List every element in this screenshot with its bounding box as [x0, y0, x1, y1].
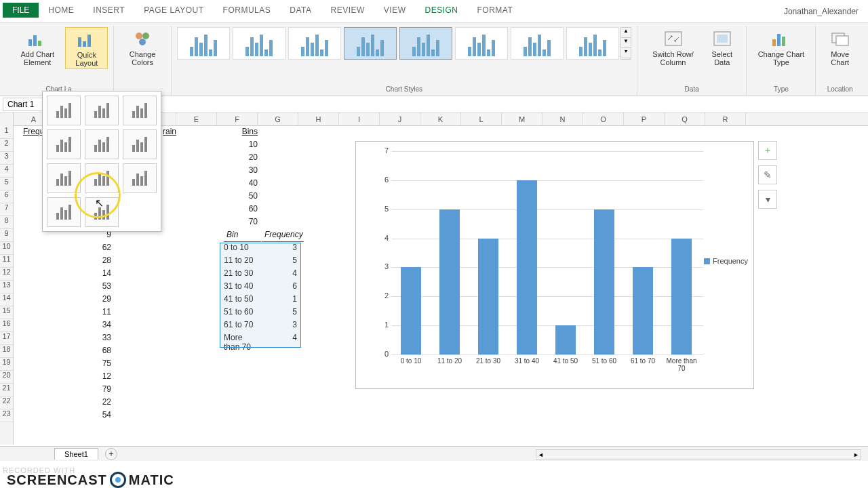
chart-style-3[interactable] [288, 27, 341, 60]
svg-rect-5 [717, 35, 728, 43]
tab-data[interactable]: DATA [280, 3, 321, 18]
user-name[interactable]: Jonathan_Alexander [784, 0, 868, 22]
svg-rect-7 [836, 36, 848, 45]
add-sheet-button[interactable]: ＋ [105, 448, 117, 460]
layout-3[interactable] [123, 96, 157, 125]
label: Add Chart Element [14, 50, 61, 66]
select-data-button[interactable]: Select Data [703, 27, 741, 68]
layout-5[interactable] [85, 129, 119, 159]
tab-insert[interactable]: INSERT [83, 3, 134, 18]
chart-plot: 012345670 to 1011 to 2021 to 3031 to 404… [376, 148, 688, 353]
quick-layout-button[interactable]: Quick Layout [65, 27, 108, 69]
move-chart-button[interactable]: Move Chart [821, 27, 859, 68]
brand-b: MATIC [129, 472, 174, 488]
label: Change Colors [123, 50, 161, 66]
group-label: Location [827, 85, 853, 93]
tab-home[interactable]: HOME [39, 3, 83, 18]
group-chart-layouts: Add Chart Element Quick Layout Chart La [4, 26, 114, 96]
group-data: Switch Row/ Column Select Data Data [637, 26, 747, 96]
layout-6[interactable] [123, 129, 157, 159]
label: Select Data [707, 50, 736, 66]
layout-1[interactable] [47, 96, 81, 125]
tab-formulas[interactable]: FORMULAS [214, 3, 281, 18]
tab-design[interactable]: DESIGN [416, 3, 468, 18]
horizontal-scrollbar[interactable]: ◄► [536, 449, 861, 460]
group-type: Change Chart Type Type [747, 26, 816, 96]
label: Switch Row/ Column [647, 50, 699, 66]
brand-logo-icon [110, 472, 126, 488]
selection-range [220, 243, 301, 348]
chart-styles-gallery [177, 27, 619, 60]
tab-format[interactable]: FORMAT [468, 3, 523, 18]
switch-row-column-icon [663, 28, 684, 49]
group-label: Chart Styles [386, 85, 422, 93]
sheet-tab-1[interactable]: Sheet1 [54, 448, 98, 460]
chart-side-buttons: ＋ ✎ ▾ [758, 141, 777, 209]
chart-object[interactable]: 012345670 to 1011 to 2021 to 3031 to 404… [355, 141, 754, 389]
layout-4[interactable] [47, 129, 81, 159]
group-chart-styles: ▲▼▾ Chart Styles [172, 26, 637, 96]
chart-style-2[interactable] [233, 27, 285, 60]
quick-layout-dropdown [42, 91, 161, 232]
label: Quick Layout [70, 51, 103, 67]
svg-point-2 [139, 39, 146, 45]
label: Change Chart Type [756, 50, 806, 66]
brand-a: SCREENCAST [7, 472, 107, 488]
chart-style-1[interactable] [177, 27, 230, 60]
chart-filter-button[interactable]: ▾ [758, 190, 777, 209]
chart-style-5[interactable] [399, 27, 452, 60]
tab-view[interactable]: VIEW [374, 3, 416, 18]
row-headers[interactable]: 1234567891011121314151617181920212223 [0, 113, 14, 445]
chart-style-8[interactable] [566, 27, 619, 60]
group-location: Move Chart Location [816, 26, 864, 96]
legend-label: Frequency [713, 257, 748, 265]
change-chart-type-button[interactable]: Change Chart Type [752, 27, 810, 68]
ribbon: Add Chart Element Quick Layout Chart La … [0, 23, 868, 96]
label: Move Chart [825, 50, 854, 66]
switch-row-column-button[interactable]: Switch Row/ Column [643, 27, 703, 68]
tab-file[interactable]: FILE [3, 3, 39, 18]
svg-rect-3 [665, 32, 682, 45]
style-scroll[interactable]: ▲▼▾ [620, 27, 631, 60]
change-chart-type-icon [770, 28, 792, 49]
chart-style-4[interactable] [344, 27, 397, 60]
add-chart-element-button[interactable]: Add Chart Element [9, 27, 65, 69]
chart-styles-button[interactable]: ✎ [758, 165, 777, 184]
tab-pagelayout[interactable]: PAGE LAYOUT [134, 3, 213, 18]
chart-style-7[interactable] [511, 27, 564, 60]
add-chart-element-icon [26, 28, 48, 49]
group-label: Type [774, 85, 789, 93]
menu-tabs: FILE HOME INSERT PAGE LAYOUT FORMULAS DA… [3, 0, 522, 18]
chart-style-6[interactable] [455, 27, 508, 60]
group-label: Data [685, 85, 699, 93]
change-colors-icon [132, 28, 153, 49]
svg-point-1 [142, 33, 149, 39]
legend-swatch [704, 258, 710, 264]
watermark-brand: SCREENCAST MATIC [7, 472, 174, 488]
tab-review[interactable]: REVIEW [321, 3, 374, 18]
move-chart-icon [829, 28, 851, 49]
select-data-icon [711, 28, 733, 49]
cursor-icon: ↖ [95, 197, 104, 209]
chart-elements-button[interactable]: ＋ [758, 141, 777, 160]
layout-2[interactable] [85, 96, 119, 125]
layout-10[interactable] [47, 197, 81, 227]
layout-7[interactable] [47, 163, 81, 193]
quick-layout-icon [76, 29, 98, 49]
layout-8[interactable] [85, 163, 119, 193]
svg-point-0 [136, 33, 142, 39]
group-change-colors: Change Colors [114, 26, 172, 96]
change-colors-button[interactable]: Change Colors [119, 27, 165, 68]
titlebar: FILE HOME INSERT PAGE LAYOUT FORMULAS DA… [0, 0, 868, 23]
layout-9[interactable] [123, 163, 157, 193]
chart-legend: Frequency [704, 257, 748, 265]
